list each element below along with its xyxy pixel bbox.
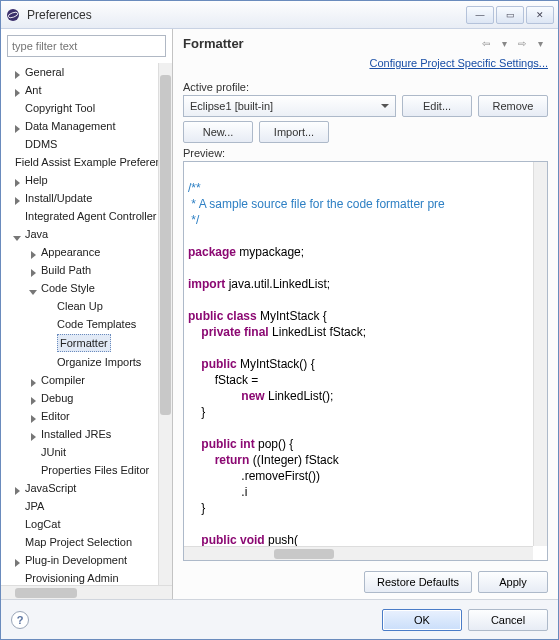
tree-item-label: Code Style [41, 280, 95, 296]
tree-item-label: Map Project Selection [25, 534, 132, 550]
tree-vscroll[interactable] [158, 63, 172, 585]
new-button[interactable]: New... [183, 121, 253, 143]
tree-item[interactable]: JavaScript [5, 479, 160, 497]
twisty-none [13, 103, 23, 113]
minimize-button[interactable]: — [466, 6, 494, 24]
tree-item[interactable]: Map Project Selection [5, 533, 160, 551]
twisty-closed-icon[interactable] [29, 429, 39, 439]
twisty-closed-icon[interactable] [29, 411, 39, 421]
restore-defaults-button[interactable]: Restore Defaults [364, 571, 472, 593]
twisty-closed-icon[interactable] [13, 121, 23, 131]
tree-item[interactable]: Data Management [5, 117, 160, 135]
edit-button[interactable]: Edit... [402, 95, 472, 117]
tree-item-label: Installed JREs [41, 426, 111, 442]
import-button[interactable]: Import... [259, 121, 329, 143]
preview-hscroll[interactable] [184, 546, 533, 560]
maximize-button[interactable]: ▭ [496, 6, 524, 24]
tree-item[interactable]: Debug [5, 389, 160, 407]
close-button[interactable]: ✕ [526, 6, 554, 24]
back-menu-icon[interactable]: ▾ [496, 35, 512, 51]
twisty-closed-icon[interactable] [29, 247, 39, 257]
tree-item-label: Properties Files Editor [41, 462, 149, 478]
tree-item[interactable]: Plug-in Development [5, 551, 160, 569]
forward-icon[interactable]: ⇨ [514, 35, 530, 51]
tree-item[interactable]: Build Path [5, 261, 160, 279]
tree-item[interactable]: Editor [5, 407, 160, 425]
twisty-none [13, 519, 23, 529]
twisty-none [29, 465, 39, 475]
configure-project-settings-link[interactable]: Configure Project Specific Settings... [369, 57, 548, 69]
apply-button[interactable]: Apply [478, 571, 548, 593]
twisty-closed-icon[interactable] [13, 555, 23, 565]
tree-item-label: Code Templates [57, 316, 136, 332]
twisty-none [45, 301, 55, 311]
twisty-closed-icon[interactable] [29, 265, 39, 275]
tree-item[interactable]: Ant [5, 81, 160, 99]
tree-item[interactable]: JPA [5, 497, 160, 515]
tree-item-label: Organize Imports [57, 354, 141, 370]
tree-item[interactable]: Installed JREs [5, 425, 160, 443]
preference-tree[interactable]: GeneralAntCopyright ToolData ManagementD… [5, 63, 172, 585]
filter-input[interactable] [7, 35, 166, 57]
twisty-none [45, 338, 55, 348]
preview-vscroll[interactable] [533, 162, 547, 546]
tree-item[interactable]: Clean Up [5, 297, 160, 315]
tree-item[interactable]: Copyright Tool [5, 99, 160, 117]
tree-item[interactable]: Field Assist Example Preferences [5, 153, 160, 171]
tree-item-label: JUnit [41, 444, 66, 460]
tree-item[interactable]: Help [5, 171, 160, 189]
titlebar: Preferences — ▭ ✕ [1, 1, 558, 29]
tree-item[interactable]: Formatter [5, 333, 160, 353]
tree-item-label: Ant [25, 82, 42, 98]
ok-button[interactable]: OK [382, 609, 462, 631]
twisty-none [45, 357, 55, 367]
twisty-closed-icon[interactable] [29, 375, 39, 385]
tree-item-label: Clean Up [57, 298, 103, 314]
tree-item-label: Plug-in Development [25, 552, 127, 568]
twisty-none [13, 211, 23, 221]
tree-item-label: Integrated Agent Controller [25, 208, 156, 224]
tree-item[interactable]: Properties Files Editor [5, 461, 160, 479]
twisty-none [13, 501, 23, 511]
tree-item-label: Editor [41, 408, 70, 424]
forward-menu-icon[interactable]: ▾ [532, 35, 548, 51]
tree-item[interactable]: Appearance [5, 243, 160, 261]
twisty-open-icon[interactable] [29, 283, 39, 293]
page-title: Formatter [183, 36, 478, 51]
cancel-button[interactable]: Cancel [468, 609, 548, 631]
tree-item[interactable]: Provisioning Admin [5, 569, 160, 585]
twisty-closed-icon[interactable] [29, 393, 39, 403]
tree-item-label: Field Assist Example Preferences [15, 154, 172, 170]
twisty-closed-icon[interactable] [13, 85, 23, 95]
tree-item[interactable]: Organize Imports [5, 353, 160, 371]
twisty-none [13, 573, 23, 583]
tree-item[interactable]: Compiler [5, 371, 160, 389]
window-title: Preferences [27, 8, 466, 22]
tree-item[interactable]: Install/Update [5, 189, 160, 207]
tree-item-label: Build Path [41, 262, 91, 278]
twisty-open-icon[interactable] [13, 229, 23, 239]
tree-item[interactable]: Code Style [5, 279, 160, 297]
tree-item[interactable]: LogCat [5, 515, 160, 533]
twisty-closed-icon[interactable] [13, 193, 23, 203]
active-profile-combo[interactable]: Eclipse1 [built-in] [183, 95, 396, 117]
active-profile-label: Active profile: [183, 81, 548, 93]
preview-code[interactable]: /** * A sample source file for the code … [183, 161, 548, 561]
tree-item[interactable]: Code Templates [5, 315, 160, 333]
tree-item[interactable]: Integrated Agent Controller [5, 207, 160, 225]
twisty-none [45, 319, 55, 329]
tree-item[interactable]: JUnit [5, 443, 160, 461]
help-icon[interactable]: ? [11, 611, 29, 629]
twisty-none [13, 537, 23, 547]
tree-item[interactable]: Java [5, 225, 160, 243]
tree-item-label: Install/Update [25, 190, 92, 206]
sidebar: GeneralAntCopyright ToolData ManagementD… [1, 29, 173, 599]
tree-item[interactable]: DDMS [5, 135, 160, 153]
tree-hscroll[interactable] [1, 585, 172, 599]
twisty-closed-icon[interactable] [13, 483, 23, 493]
back-icon[interactable]: ⇦ [478, 35, 494, 51]
remove-button[interactable]: Remove [478, 95, 548, 117]
twisty-closed-icon[interactable] [13, 175, 23, 185]
tree-item[interactable]: General [5, 63, 160, 81]
twisty-closed-icon[interactable] [13, 67, 23, 77]
